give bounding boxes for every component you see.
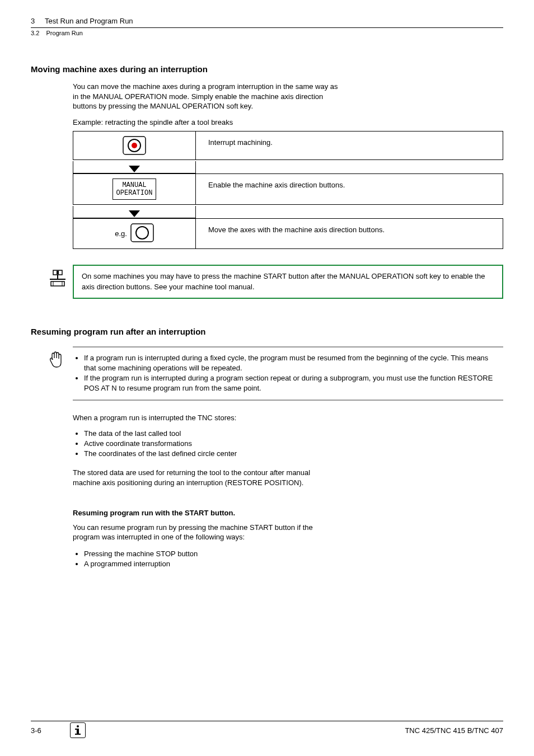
header-divider: [31, 27, 503, 28]
softkey-manual-operation: MANUAL OPERATION: [113, 179, 157, 200]
list-item: The data of the last called tool: [84, 429, 364, 439]
step-key-stop: [73, 131, 196, 160]
resume-list-wrap: Pressing the machine STOP button A progr…: [73, 549, 364, 569]
arrow-down-icon: [129, 166, 140, 172]
eg-label: e.g.: [115, 229, 127, 238]
step-row: MANUAL OPERATION Enable the machine axis…: [73, 173, 503, 205]
page-footer: 3-6 TNC 425/TNC 415 B/TNC 407: [31, 726, 503, 735]
doc-id: TNC 425/TNC 415 B/TNC 407: [405, 726, 503, 735]
svg-point-12: [77, 725, 79, 727]
list-item: Pressing the machine STOP button: [84, 549, 364, 559]
caution-bullet-list: If a program run is interrupted during a…: [84, 353, 500, 394]
step-desc: Interrupt machining.: [196, 131, 503, 160]
step-key-manual-operation: MANUAL OPERATION: [73, 173, 196, 205]
page-number: 3-6: [31, 726, 41, 735]
svg-rect-6: [57, 271, 59, 274]
step-text: Move the axes with the machine axis dire…: [208, 226, 385, 234]
resume-intro: You can resume program run by pressing t…: [73, 523, 330, 542]
section-header: 3.2 Program Run: [31, 30, 503, 36]
chapter-title: Test Run and Program Run: [45, 17, 133, 25]
step-row: Interrupt machining.: [73, 131, 503, 160]
chapter-number: 3: [31, 17, 35, 25]
list-item: Active coordinate transformations: [84, 439, 364, 449]
machine-note-text: On some machines you may have to press t…: [82, 272, 485, 290]
svg-rect-15: [75, 729, 78, 730]
stores-intro: When a program run is interrupted the TN…: [73, 413, 364, 423]
stores-after: The stored data are used for returning t…: [73, 468, 330, 488]
step-text: Interrupt machining.: [208, 138, 273, 147]
axis-button-icon: [130, 223, 154, 244]
heading-moving-axes: Moving machine axes during an interrupti…: [31, 64, 503, 74]
list-item: If the program run is interrupted during…: [84, 373, 500, 393]
resume-start-title: Resuming program run with the START butt…: [73, 509, 503, 517]
machine-note: On some machines you may have to press t…: [73, 265, 503, 298]
list-item: The coordinates of the last defined circ…: [84, 449, 364, 459]
footer-divider: [31, 721, 503, 721]
svg-point-2: [132, 143, 137, 148]
stores-list: The data of the last called tool Active …: [84, 429, 364, 459]
svg-rect-14: [75, 734, 81, 735]
step-desc: Move the axes with the machine axis dire…: [196, 218, 503, 249]
chapter-header: 3 Test Run and Program Run: [31, 17, 503, 25]
arrow-down-icon: [129, 210, 140, 217]
example-label: Example: retracting the spindle after a …: [73, 118, 503, 126]
resume-list: Pressing the machine STOP button A progr…: [84, 549, 364, 569]
svg-point-4: [136, 227, 148, 239]
list-item: If a program run is interrupted during a…: [84, 353, 500, 373]
stores-list-wrap: The data of the last called tool Active …: [73, 429, 364, 459]
info-icon: [70, 722, 86, 738]
softkey-line2: OPERATION: [116, 189, 153, 197]
moving-axes-intro: You can move the machine axes during a p…: [73, 82, 341, 111]
machine-icon: [49, 269, 68, 291]
info-icon-wrap: [70, 722, 86, 738]
step-arrow: [73, 206, 196, 218]
step-text: Enable the machine axis direction button…: [208, 181, 345, 189]
section-name: Program Run: [46, 30, 83, 36]
softkey-line1: MANUAL: [122, 181, 146, 189]
step-arrow: [73, 161, 196, 173]
stop-icon: [123, 136, 146, 155]
section-number: 3.2: [31, 30, 39, 36]
step-row: e.g. Move the axes with the machine axis…: [73, 218, 503, 249]
list-item: A programmed interruption: [84, 559, 364, 569]
hand-icon: [48, 350, 65, 372]
step-desc: Enable the machine axis direction button…: [196, 173, 503, 205]
heading-resuming: Resuming program run after an interrupti…: [31, 327, 503, 336]
caution-note: If a program run is interrupted during a…: [73, 346, 503, 401]
step-key-axis-button: e.g.: [73, 218, 196, 249]
